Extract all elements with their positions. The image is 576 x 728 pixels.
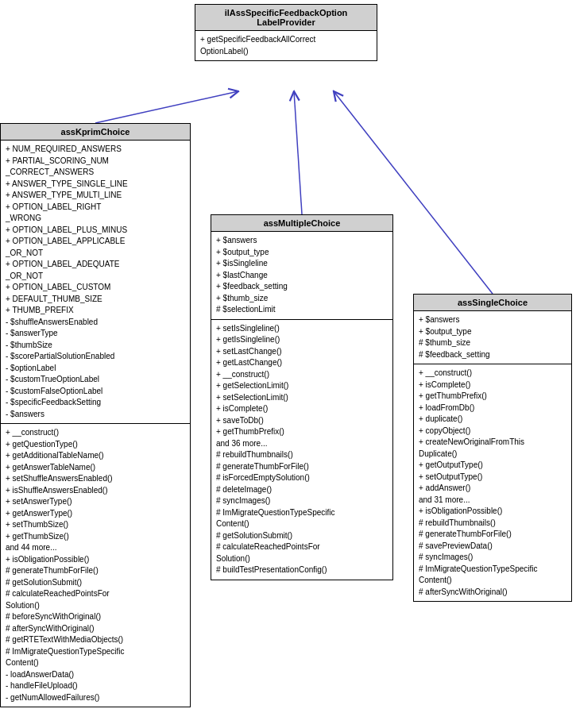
list-item: + loadFromDb() bbox=[419, 403, 566, 414]
list-item: + setOutputType() bbox=[419, 472, 566, 483]
list-item: - loadAnswerData() bbox=[6, 669, 185, 681]
list-item: + getQuestionType() bbox=[6, 439, 185, 451]
list-item: # ImMigrateQuestionTypeSpecific bbox=[6, 646, 185, 658]
list-item: + $thumb_size bbox=[216, 293, 388, 305]
list-item: + DEFAULT_THUMB_SIZE bbox=[6, 294, 185, 306]
list-item: Content() bbox=[216, 518, 388, 530]
list-item: and 36 more... bbox=[216, 438, 388, 450]
list-item: + THUMB_PREFIX bbox=[6, 305, 185, 317]
list-item: + $lastChange bbox=[216, 270, 388, 282]
assmultiple-box: assMultipleChoice + $answers+ $output_ty… bbox=[211, 214, 393, 580]
list-item: + $feedback_setting bbox=[216, 281, 388, 293]
list-item: - getNumAllowedFailures() bbox=[6, 692, 185, 704]
list-item: + setSelectionLimit() bbox=[216, 392, 388, 404]
interface-header: ilAssSpecificFeedbackOption LabelProvide… bbox=[195, 5, 377, 31]
list-item: + OPTION_LABEL_CUSTOM bbox=[6, 282, 185, 294]
list-item: _OR_NOT bbox=[6, 248, 185, 260]
list-item: + getOutputType() bbox=[419, 460, 566, 472]
list-item: Content() bbox=[6, 657, 185, 669]
list-item: + setIsSingleline() bbox=[216, 323, 388, 335]
list-item: + $output_type bbox=[216, 247, 388, 259]
list-item: # $selectionLimit bbox=[216, 304, 388, 316]
list-item: + isComplete() bbox=[216, 403, 388, 415]
list-item: _WRONG bbox=[6, 213, 185, 225]
list-item: + OPTION_LABEL_APPLICABLE bbox=[6, 236, 185, 248]
assmultiple-methods: + setIsSingleline()+ getIsSingleline()+ … bbox=[211, 320, 392, 580]
list-item: Solution() bbox=[6, 600, 185, 612]
asskprim-attributes: + NUM_REQUIRED_ANSWERS+ PARTIAL_SCORING_… bbox=[1, 141, 190, 424]
list-item: + isComplete() bbox=[419, 379, 566, 391]
list-item: # ImMigrateQuestionTypeSpecific bbox=[419, 564, 566, 576]
list-item: # deleteImage() bbox=[216, 484, 388, 496]
list-item: + __construct() bbox=[419, 368, 566, 379]
list-item: # calculateReachedPointsFor bbox=[6, 588, 185, 600]
list-item: _CORRECT_ANSWERS bbox=[6, 167, 185, 179]
list-item: - $specificFeedbackSetting bbox=[6, 397, 185, 409]
list-item: _OR_NOT bbox=[6, 271, 185, 283]
list-item: # beforeSyncWithOriginal() bbox=[6, 611, 185, 623]
list-item: + copyObject() bbox=[419, 426, 566, 437]
list-item: # generateThumbForFile() bbox=[216, 461, 388, 473]
list-item: # buildTestPresentationConfig() bbox=[216, 564, 388, 576]
list-item: + ANSWER_TYPE_SINGLE_LINE bbox=[6, 179, 185, 191]
list-item: + getLastChange() bbox=[216, 357, 388, 369]
diagram-container: ilAssSpecificFeedbackOption LabelProvide… bbox=[0, 0, 576, 728]
assmultiple-attributes: + $answers+ $output_type+ $isSingleline+… bbox=[211, 232, 392, 320]
list-item: # getRTETextWithMediaObjects() bbox=[6, 634, 185, 646]
list-item: # savePreviewData() bbox=[419, 541, 566, 553]
list-item: and 31 more... bbox=[419, 495, 566, 507]
list-item: Solution() bbox=[216, 553, 388, 565]
list-item: # rebuildThumbnails() bbox=[419, 518, 566, 530]
list-item: + getAnswerTableName() bbox=[6, 462, 185, 474]
list-item: + getAdditionalTableName() bbox=[6, 450, 185, 462]
list-item: + setLastChange() bbox=[216, 346, 388, 358]
list-item: - $scorePartialSolutionEnabled bbox=[6, 351, 185, 363]
asssingle-methods: + __construct()+ isComplete()+ getThumbP… bbox=[414, 364, 571, 601]
list-item: + getThumbPrefix() bbox=[419, 391, 566, 403]
interface-title-line1: ilAssSpecificFeedbackOption LabelProvide… bbox=[225, 8, 348, 27]
list-item: + $answers bbox=[216, 235, 388, 247]
list-item: + OPTION_LABEL_PLUS_MINUS bbox=[6, 225, 185, 237]
list-item: + getThumbSize() bbox=[6, 531, 185, 543]
list-item: - handleFileUpload() bbox=[6, 680, 185, 692]
asskprim-box: assKprimChoice + NUM_REQUIRED_ANSWERS+ P… bbox=[0, 123, 191, 707]
list-item: # generateThumbForFile() bbox=[419, 529, 566, 541]
list-item: # afterSyncWithOriginal() bbox=[6, 623, 185, 635]
list-item: - $customTrueOptionLabel bbox=[6, 374, 185, 386]
list-item: - $thumbSize bbox=[6, 340, 185, 352]
list-item: + duplicate() bbox=[419, 414, 566, 426]
list-item: + $isSingleline bbox=[216, 258, 388, 270]
list-item: + createNewOriginalFromThis bbox=[419, 437, 566, 449]
list-item: - $shuffleAnswersEnabled bbox=[6, 317, 185, 329]
list-item: # generateThumbForFile() bbox=[6, 565, 185, 577]
interface-methods: + getSpecificFeedbackAllCorrect OptionLa… bbox=[195, 31, 377, 60]
list-item: + isShuffleAnswersEnabled() bbox=[6, 485, 185, 497]
list-item: Duplicate() bbox=[419, 449, 566, 460]
list-item: # $thumb_size bbox=[419, 337, 566, 349]
list-item: + PARTIAL_SCORING_NUM bbox=[6, 156, 185, 168]
list-item: + $answers bbox=[419, 314, 566, 326]
list-item: # ImMigrateQuestionTypeSpecific bbox=[216, 507, 388, 519]
list-item: + setAnswerType() bbox=[6, 496, 185, 508]
list-item: # isForcedEmptySolution() bbox=[216, 472, 388, 484]
asssingle-title: assSingleChoice bbox=[458, 298, 528, 307]
list-item: + isObligationPossible() bbox=[419, 506, 566, 518]
list-item: + getSelectionLimit() bbox=[216, 380, 388, 392]
list-item: + setThumbSize() bbox=[6, 519, 185, 531]
asssingle-header: assSingleChoice bbox=[414, 295, 571, 311]
list-item: and 44 more... bbox=[6, 542, 185, 554]
asssingle-attributes: + $answers+ $output_type# $thumb_size# $… bbox=[414, 311, 571, 364]
list-item: + $output_type bbox=[419, 326, 566, 338]
list-item: # syncImages() bbox=[216, 495, 388, 507]
svg-line-0 bbox=[95, 91, 238, 123]
list-item: Content() bbox=[419, 575, 566, 587]
list-item: + NUM_REQUIRED_ANSWERS bbox=[6, 144, 185, 156]
list-item: + getIsSingleline() bbox=[216, 334, 388, 346]
list-item: - $optionLabel bbox=[6, 363, 185, 375]
list-item: # getSolutionSubmit() bbox=[216, 530, 388, 542]
interface-box: ilAssSpecificFeedbackOption LabelProvide… bbox=[195, 4, 377, 61]
list-item: + isObligationPossible() bbox=[6, 554, 185, 566]
list-item: # getSolutionSubmit() bbox=[6, 577, 185, 589]
list-item: + getAnswerType() bbox=[6, 508, 185, 520]
list-item: + getThumbPrefix() bbox=[216, 426, 388, 438]
